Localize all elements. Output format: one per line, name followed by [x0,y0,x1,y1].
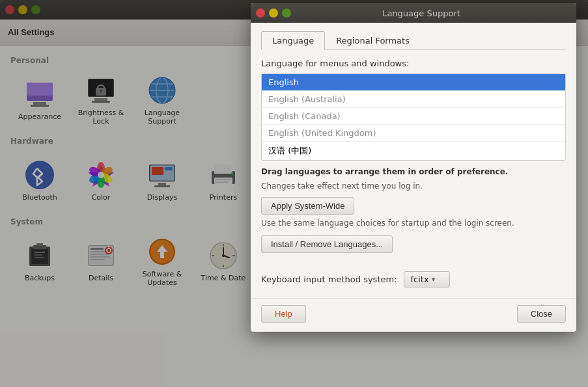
apply-system-wide-button[interactable]: Apply System-Wide [261,197,354,215]
language-support-dialog: Language Support Language Regional Forma… [251,3,576,332]
language-list-label: Language for menus and windows: [261,59,566,68]
dialog-titlebar: Language Support [251,3,576,23]
dialog-overlay: Language Support Language Regional Forma… [0,0,588,387]
dialog-close-action-button[interactable]: Close [517,305,566,323]
lang-row-en[interactable]: English [262,74,565,91]
keyboard-dropdown[interactable]: fcitx [404,271,451,287]
keyboard-value: fcitx [411,274,429,284]
tabs-container: Language Regional Formats [261,31,566,49]
dialog-content: Language Regional Formats Language for m… [251,23,576,298]
drag-note: Drag languages to arrange them in order … [261,167,566,176]
language-list: English English (Australia) English (Can… [261,73,566,161]
install-remove-languages-button[interactable]: Install / Remove Languages... [261,235,393,253]
keyboard-row: Keyboard input method system: fcitx [261,271,566,287]
lang-row-en-gb[interactable]: English (United Kingdom) [262,125,565,142]
dialog-min-button[interactable] [269,8,278,18]
lang-row-zh-cn[interactable]: 汉语 (中国) [262,142,565,160]
dialog-title: Language Support [295,8,548,18]
keyboard-label: Keyboard input method system: [261,274,397,284]
apply-desc: Use the same language choices for startu… [261,219,566,228]
tab-regional-formats[interactable]: Regional Formats [325,31,421,49]
help-button[interactable]: Help [261,305,306,323]
lang-row-en-ca[interactable]: English (Canada) [262,108,565,125]
dialog-close-button[interactable] [256,8,265,18]
drag-note-strong: Drag languages to arrange them in order … [261,167,508,176]
lang-row-en-au[interactable]: English (Australia) [262,91,565,108]
dialog-max-button[interactable] [282,8,291,18]
dialog-footer: Help Close [251,298,576,332]
tab-language[interactable]: Language [261,31,325,49]
drag-note-sub: Changes take effect next time you log in… [261,181,566,191]
